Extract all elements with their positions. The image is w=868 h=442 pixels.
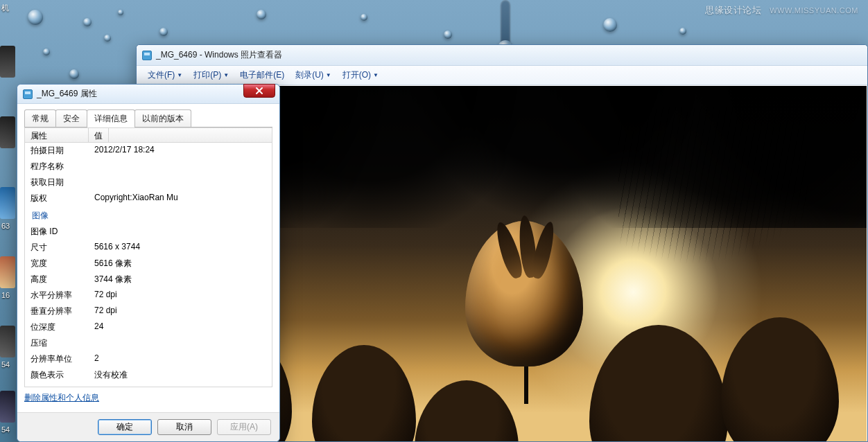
- section-image: 图像: [25, 206, 272, 224]
- property-row[interactable]: 垂直分辨率72 dpi: [25, 303, 272, 319]
- property-row[interactable]: 拍摄日期2012/2/17 18:24: [25, 143, 272, 159]
- property-name: 拍摄日期: [25, 143, 89, 159]
- property-row[interactable]: 水平分辨率72 dpi: [25, 288, 272, 303]
- desktop-label: 机: [1, 3, 9, 13]
- watermark-url: WWW.MISSYUAN.COM: [770, 6, 858, 15]
- property-row[interactable]: 获取日期: [25, 175, 272, 191]
- property-value: [89, 175, 100, 191]
- desktop-label: 54: [1, 425, 10, 434]
- desktop-label: 63: [1, 222, 10, 230]
- property-row[interactable]: 位深度24: [25, 319, 272, 335]
- dialog-buttons: 确定 取消 应用(A): [17, 412, 279, 441]
- property-name: 宽度: [25, 256, 89, 272]
- property-value: [89, 159, 100, 175]
- photo-viewer-icon: [142, 51, 152, 60]
- property-name: 位深度: [25, 319, 89, 335]
- property-value: 72 dpi: [89, 288, 123, 303]
- property-name: 水平分辨率: [25, 288, 89, 303]
- property-name: 获取日期: [25, 175, 89, 191]
- property-value: [89, 383, 100, 387]
- property-row[interactable]: 颜色表示没有校准: [25, 367, 272, 383]
- details-header-row: 属性 值: [24, 127, 272, 143]
- property-row[interactable]: 程序名称: [25, 159, 272, 175]
- desktop-icons-strip: 机 63 16 54 54: [0, 0, 15, 442]
- apply-button[interactable]: 应用(A): [217, 419, 271, 435]
- chevron-down-icon: ▼: [373, 72, 379, 78]
- header-property[interactable]: 属性: [25, 128, 89, 142]
- header-value[interactable]: 值: [89, 128, 109, 142]
- property-value: 2012/2/17 18:24: [89, 143, 160, 159]
- tab-general[interactable]: 常规: [24, 109, 56, 127]
- properties-titlebar[interactable]: _MG_6469 属性: [17, 85, 279, 104]
- details-tab-body: 属性 值 拍摄日期2012/2/17 18:24程序名称获取日期版权Copyri…: [24, 127, 272, 408]
- property-value: 5616 x 3744: [89, 240, 146, 256]
- properties-title: _MG_6469 属性: [37, 88, 97, 100]
- menu-file[interactable]: 文件(F)▼: [144, 67, 186, 83]
- property-row[interactable]: 版权Copyright:XiaoRan Mu: [25, 191, 272, 206]
- property-row[interactable]: 压缩: [25, 335, 272, 351]
- menu-open[interactable]: 打开(O)▼: [338, 67, 383, 83]
- property-value: 72 dpi: [89, 303, 123, 319]
- file-icon: [23, 89, 33, 99]
- remove-properties-link[interactable]: 删除属性和个人信息: [24, 392, 99, 404]
- menu-email[interactable]: 电子邮件(E): [236, 67, 288, 83]
- property-name: 图像 ID: [25, 224, 89, 240]
- property-name: 压缩: [25, 335, 89, 351]
- property-name: 版权: [25, 191, 89, 206]
- close-button[interactable]: [243, 84, 275, 98]
- menu-burn[interactable]: 刻录(U)▼: [291, 67, 336, 83]
- property-name: 程序名称: [25, 159, 89, 175]
- chevron-down-icon: ▼: [223, 72, 229, 78]
- photo-viewer-menubar: 文件(F)▼ 打印(P)▼ 电子邮件(E) 刻录(U)▼ 打开(O)▼: [137, 66, 867, 85]
- property-value: [89, 335, 100, 351]
- watermark: 思缘设计论坛 WWW.MISSYUAN.COM: [705, 4, 858, 17]
- property-row[interactable]: 压缩的位/像素: [25, 383, 272, 387]
- property-value: 5616 像素: [89, 256, 137, 272]
- properties-dialog: _MG_6469 属性 常规 安全 详细信息 以前的版本 属性 值 拍摄日期20…: [17, 84, 280, 442]
- details-grid[interactable]: 拍摄日期2012/2/17 18:24程序名称获取日期版权Copyright:X…: [24, 143, 272, 387]
- close-icon: [255, 87, 263, 95]
- tab-details[interactable]: 详细信息: [87, 109, 135, 127]
- tab-security[interactable]: 安全: [55, 109, 87, 127]
- property-row[interactable]: 高度3744 像素: [25, 272, 272, 288]
- property-value: [89, 224, 100, 240]
- property-name: 高度: [25, 272, 89, 288]
- property-name: 尺寸: [25, 240, 89, 256]
- property-row[interactable]: 尺寸5616 x 3744: [25, 240, 272, 256]
- property-value: Copyright:XiaoRan Mu: [89, 191, 184, 206]
- chevron-down-icon: ▼: [326, 72, 331, 78]
- property-row[interactable]: 图像 ID: [25, 224, 272, 240]
- property-value: 3744 像素: [89, 272, 137, 288]
- property-name: 压缩的位/像素: [25, 383, 89, 387]
- properties-tabs: 常规 安全 详细信息 以前的版本: [24, 111, 272, 127]
- watermark-site: 思缘设计论坛: [705, 5, 761, 15]
- chevron-down-icon: ▼: [177, 72, 182, 78]
- property-name: 颜色表示: [25, 367, 89, 383]
- property-name: 垂直分辨率: [25, 303, 89, 319]
- menu-print[interactable]: 打印(P)▼: [189, 67, 233, 83]
- ok-button[interactable]: 确定: [98, 419, 152, 435]
- cancel-button[interactable]: 取消: [157, 419, 211, 435]
- property-value: 没有校准: [89, 367, 133, 383]
- property-row[interactable]: 分辨率单位2: [25, 351, 272, 367]
- property-name: 分辨率单位: [25, 351, 89, 367]
- property-value: 24: [89, 319, 109, 335]
- photo-viewer-title: _MG_6469 - Windows 照片查看器: [156, 49, 282, 61]
- photo-viewer-titlebar[interactable]: _MG_6469 - Windows 照片查看器: [137, 45, 867, 66]
- tab-previous-versions[interactable]: 以前的版本: [134, 109, 191, 127]
- property-value: 2: [89, 351, 105, 367]
- desktop-label: 16: [1, 291, 10, 299]
- desktop-label: 54: [1, 360, 10, 369]
- property-row[interactable]: 宽度5616 像素: [25, 256, 272, 272]
